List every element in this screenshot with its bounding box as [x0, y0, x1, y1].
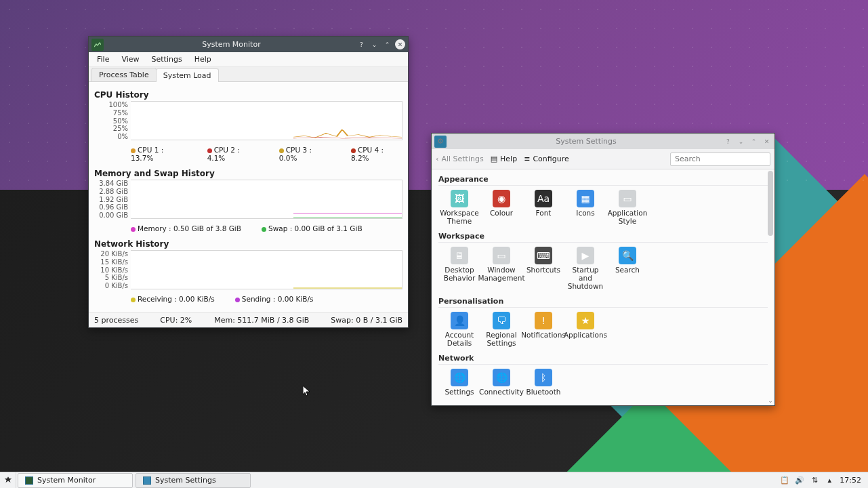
menu-view[interactable]: View [116, 54, 144, 65]
settings-icon: 👤 [451, 312, 468, 329]
settings-item-label: Application Style [606, 209, 648, 225]
tabs: Process Table System Load [89, 67, 408, 82]
tab-process-table[interactable]: Process Table [91, 68, 157, 81]
settings-content[interactable]: ⌄ Appearance🖼Workspace Theme◉ColourAaFon… [432, 169, 774, 405]
settings-item-shortcuts[interactable]: ⌨Shortcuts [522, 245, 564, 291]
cpu-title: CPU History [94, 90, 402, 100]
menu-help[interactable]: Help [189, 54, 217, 65]
close-button[interactable]: ✕ [762, 136, 772, 146]
titlebar[interactable]: System Monitor ? ⌄ ⌃ ✕ [89, 37, 408, 52]
menu-settings[interactable]: Settings [146, 54, 188, 65]
net-section: Network History 20 KiB/s15 KiB/s10 KiB/s… [94, 239, 402, 307]
settings-item-application-style[interactable]: ▭Application Style [606, 188, 648, 226]
category-label: Personalisation [438, 296, 768, 308]
settings-icon: ★ [577, 312, 594, 329]
settings-icon: ▦ [577, 190, 594, 207]
taskbar: System Monitor System Settings 📋 🔊 ⇅ ▴ 1… [0, 472, 868, 488]
help-button[interactable]: ? [356, 39, 367, 49]
category-label: Workspace [438, 230, 768, 243]
settings-icon: 🖥 [451, 247, 468, 264]
settings-item-notifications[interactable]: !Notifications [522, 310, 564, 348]
mem-section: Memory and Swap History 3.84 GiB2.88 GiB… [94, 169, 402, 237]
window-title: System Settings [449, 137, 723, 146]
settings-item-colour[interactable]: ◉Colour [480, 188, 522, 226]
category-label: Appearance [438, 174, 768, 186]
cpu-section: CPU History 100%75%50%25%0% CPU 1 : 13.7… [94, 90, 402, 166]
volume-icon[interactable]: 🔊 [795, 476, 804, 485]
settings-item-label: Applications [564, 331, 607, 339]
system-load-body: CPU History 100%75%50%25%0% CPU 1 : 13.7… [89, 82, 408, 312]
search-field-wrap [670, 152, 770, 166]
window-title: System Monitor [106, 40, 356, 49]
settings-item-label: Workspace Theme [438, 209, 480, 225]
book-icon: ▤ [491, 155, 497, 163]
settings-icon: ▶ [577, 247, 594, 264]
settings-item-label: Window Management [478, 266, 524, 282]
clipboard-icon[interactable]: 📋 [780, 476, 789, 485]
minimize-button[interactable]: ⌄ [369, 39, 379, 49]
category-label: Network [438, 352, 768, 365]
settings-item-bluetooth[interactable]: ᛒBluetooth [522, 367, 564, 397]
settings-item-connectivity[interactable]: 🌐Connectivity [480, 367, 522, 397]
mem-title: Memory and Swap History [94, 169, 402, 178]
settings-item-label: Search [615, 266, 640, 274]
clock[interactable]: 17:52 [840, 476, 861, 485]
settings-item-settings[interactable]: 🌐Settings [438, 367, 480, 397]
tab-system-load[interactable]: System Load [156, 68, 219, 82]
settings-item-label: Startup and Shutdown [564, 266, 606, 290]
app-icon: ⚙ [434, 136, 447, 148]
toolbar-configure[interactable]: ≡Configure [524, 155, 569, 163]
settings-item-window-management[interactable]: ▭Window Management [480, 245, 522, 291]
hamburger-icon: ≡ [524, 155, 530, 163]
settings-item-label: Notifications [521, 331, 566, 339]
settings-icon: ▭ [493, 247, 510, 264]
menu-file[interactable]: File [91, 54, 115, 65]
settings-item-account-details[interactable]: 👤Account Details [438, 310, 480, 348]
settings-item-regional-settings[interactable]: 🗨Regional Settings [480, 310, 522, 348]
settings-icon: 🖼 [451, 190, 468, 207]
application-launcher[interactable] [0, 472, 16, 489]
settings-item-label: Shortcuts [526, 266, 560, 274]
mem-chart: 3.84 GiB2.88 GiB1.92 GiB0.96 GiB0.00 GiB [94, 180, 402, 222]
settings-icon: ᛒ [535, 369, 552, 386]
close-button[interactable]: ✕ [395, 39, 405, 49]
system-monitor-window: System Monitor ? ⌄ ⌃ ✕ File View Setting… [88, 36, 409, 328]
task-system-monitor[interactable]: System Monitor [18, 473, 133, 488]
maximize-button[interactable]: ⌃ [749, 136, 759, 146]
mem-legend: Memory : 0.50 GiB of 3.8 GiBSwap : 0.00 … [94, 222, 402, 237]
net-chart: 20 KiB/s15 KiB/s10 KiB/s5 KiB/s0 KiB/s [94, 250, 402, 292]
scrollbar-thumb[interactable] [768, 171, 773, 236]
task-system-settings[interactable]: System Settings [136, 473, 251, 488]
settings-item-label: Desktop Behavior [438, 266, 480, 282]
settings-item-startup-and-shutdown[interactable]: ▶Startup and Shutdown [564, 245, 606, 291]
network-icon[interactable]: ⇅ [810, 476, 819, 485]
scrollbar-down-icon[interactable]: ⌄ [768, 397, 773, 404]
net-legend: Receiving : 0.00 KiB/sSending : 0.00 KiB… [94, 292, 402, 307]
settings-icon: 🗨 [493, 312, 510, 329]
settings-item-applications[interactable]: ★Applications [564, 310, 606, 348]
settings-item-label: Account Details [438, 331, 480, 347]
titlebar[interactable]: ⚙ System Settings ? ⌄ ⌃ ✕ [432, 134, 774, 149]
statusbar: 5 processes CPU: 2% Mem: 511.7 MiB / 3.8… [89, 312, 408, 327]
search-input[interactable] [670, 152, 770, 166]
tray-expand-icon[interactable]: ▴ [825, 476, 834, 485]
settings-item-desktop-behavior[interactable]: 🖥Desktop Behavior [438, 245, 480, 291]
minimize-button[interactable]: ⌄ [736, 136, 746, 146]
cpu-legend: CPU 1 : 13.7%CPU 2 : 4.1%CPU 3 : 0.0%CPU… [94, 143, 402, 166]
settings-icon: 🔍 [619, 247, 636, 264]
settings-icon: Aa [535, 190, 552, 207]
status-processes: 5 processes [94, 316, 138, 325]
settings-item-label: Regional Settings [480, 331, 522, 347]
settings-item-workspace-theme[interactable]: 🖼Workspace Theme [438, 188, 480, 226]
net-title: Network History [94, 239, 402, 249]
maximize-button[interactable]: ⌃ [382, 39, 392, 49]
settings-item-search[interactable]: 🔍Search [606, 245, 648, 291]
back-all-settings[interactable]: ‹ All Settings [436, 155, 484, 163]
settings-item-label: Bluetooth [526, 388, 561, 396]
settings-item-icons[interactable]: ▦Icons [564, 188, 606, 226]
settings-icon: ⌨ [535, 247, 552, 264]
help-button[interactable]: ? [723, 136, 733, 146]
settings-item-font[interactable]: AaFont [522, 188, 564, 226]
system-settings-window: ⚙ System Settings ? ⌄ ⌃ ✕ ‹ All Settings… [431, 133, 775, 406]
toolbar-help[interactable]: ▤Help [491, 155, 517, 163]
